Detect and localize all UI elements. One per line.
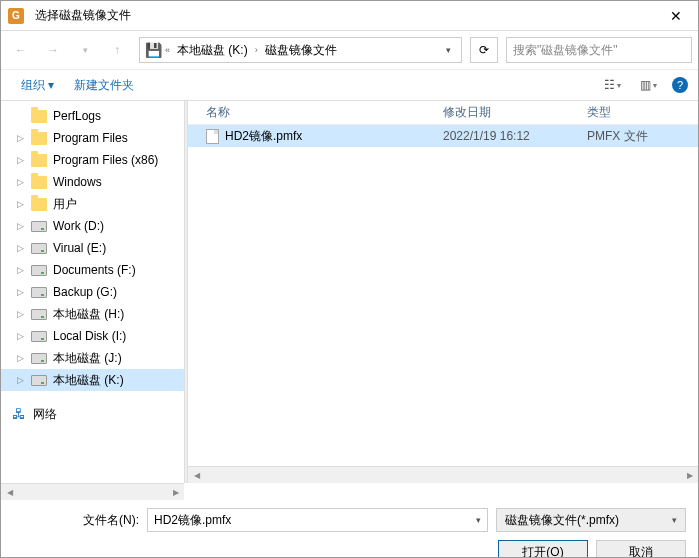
file-list[interactable]: HD2镜像.pmfx2022/1/19 16:12PMFX 文件 xyxy=(188,125,698,466)
tree-item-label: 本地磁盘 (H:) xyxy=(53,306,124,323)
tree-network[interactable]: 🖧网络 xyxy=(1,403,184,425)
search-input[interactable]: 搜索"磁盘镜像文件" xyxy=(506,37,692,63)
tree-item[interactable]: 本地磁盘 (K:) xyxy=(1,369,184,391)
column-header-type[interactable]: 类型 xyxy=(587,104,698,121)
file-date: 2022/1/19 16:12 xyxy=(443,129,587,143)
layout-icon: ▥ xyxy=(640,78,651,92)
chevron-left-icon[interactable]: « xyxy=(162,45,173,55)
column-header-name[interactable]: 名称 xyxy=(188,104,443,121)
file-icon xyxy=(206,129,219,144)
close-button[interactable]: ✕ xyxy=(653,1,698,30)
drive-icon xyxy=(31,265,47,276)
tree-item-label: PerfLogs xyxy=(53,109,101,123)
breadcrumb[interactable]: 💾 « 本地磁盘 (K:) › 磁盘镜像文件 ▾ xyxy=(139,37,462,63)
folder-icon xyxy=(31,154,47,167)
folder-icon xyxy=(31,176,47,189)
folder-icon xyxy=(31,132,47,145)
folder-tree[interactable]: PerfLogsProgram FilesProgram Files (x86)… xyxy=(1,101,184,483)
file-type: PMFX 文件 xyxy=(587,128,698,145)
tree-item[interactable]: PerfLogs xyxy=(1,105,184,127)
network-icon: 🖧 xyxy=(11,406,27,422)
tree-item-label: Work (D:) xyxy=(53,219,104,233)
horizontal-scrollbar[interactable]: ◀ ▶ xyxy=(188,466,698,483)
refresh-button[interactable]: ⟳ xyxy=(470,37,498,63)
tree-item-label: Documents (F:) xyxy=(53,263,136,277)
chevron-right-icon[interactable]: ▶ xyxy=(681,467,698,483)
tree-item[interactable]: 本地磁盘 (J:) xyxy=(1,347,184,369)
preview-pane-button[interactable]: ▥▾ xyxy=(630,74,666,96)
drive-icon: 💾 xyxy=(144,42,162,58)
tree-item-label: Local Disk (I:) xyxy=(53,329,126,343)
tree-item-label: Program Files (x86) xyxy=(53,153,158,167)
tree-item-label: 本地磁盘 (J:) xyxy=(53,350,122,367)
drive-icon xyxy=(31,353,47,364)
tree-item[interactable]: Virual (E:) xyxy=(1,237,184,259)
sliders-icon: ☷ xyxy=(604,78,615,92)
drive-icon xyxy=(31,221,47,232)
open-button[interactable]: 打开(O) xyxy=(498,540,588,558)
column-header-date[interactable]: 修改日期 xyxy=(443,104,587,121)
up-button[interactable]: ↑ xyxy=(103,36,131,64)
window-title: 选择磁盘镜像文件 xyxy=(31,7,653,24)
tree-item[interactable]: Program Files xyxy=(1,127,184,149)
drive-icon xyxy=(31,287,47,298)
tree-item[interactable]: 本地磁盘 (H:) xyxy=(1,303,184,325)
drive-icon xyxy=(31,375,47,386)
breadcrumb-part[interactable]: 本地磁盘 (K:) xyxy=(173,40,252,61)
filter-value: 磁盘镜像文件(*.pmfx) xyxy=(505,512,619,529)
tree-item-label: 本地磁盘 (K:) xyxy=(53,372,124,389)
filename-label: 文件名(N): xyxy=(83,512,139,529)
cancel-button[interactable]: 取消 xyxy=(596,540,686,558)
filename-value: HD2镜像.pmfx xyxy=(154,512,231,529)
view-options-button[interactable]: ☷▾ xyxy=(594,74,630,96)
tree-item[interactable]: Program Files (x86) xyxy=(1,149,184,171)
chevron-down-icon[interactable]: ▾ xyxy=(440,45,457,55)
forward-button[interactable]: → xyxy=(39,36,67,64)
chevron-down-icon[interactable]: ▾ xyxy=(672,515,677,525)
filename-input[interactable]: HD2镜像.pmfx ▾ xyxy=(147,508,488,532)
organize-menu[interactable]: 组织 ▾ xyxy=(11,73,64,98)
tree-item[interactable]: Work (D:) xyxy=(1,215,184,237)
tree-item[interactable]: Documents (F:) xyxy=(1,259,184,281)
tree-item[interactable]: Backup (G:) xyxy=(1,281,184,303)
tree-item-label: Backup (G:) xyxy=(53,285,117,299)
chevron-left-icon[interactable]: ◀ xyxy=(1,484,18,500)
chevron-right-icon[interactable]: › xyxy=(252,45,261,55)
file-name: HD2镜像.pmfx xyxy=(225,128,302,145)
tree-item[interactable]: Windows xyxy=(1,171,184,193)
tree-item-label: Virual (E:) xyxy=(53,241,106,255)
back-button[interactable]: ← xyxy=(7,36,35,64)
tree-item[interactable]: Local Disk (I:) xyxy=(1,325,184,347)
drive-icon xyxy=(31,309,47,320)
tree-item-label: 用户 xyxy=(53,196,77,213)
tree-item-label: Program Files xyxy=(53,131,128,145)
tree-item-label: 网络 xyxy=(33,406,57,423)
chevron-left-icon[interactable]: ◀ xyxy=(188,467,205,483)
tree-scrollbar[interactable]: ◀ ▶ xyxy=(1,483,184,500)
chevron-down-icon[interactable]: ▾ xyxy=(476,515,481,525)
recent-dropdown[interactable]: ▾ xyxy=(71,36,99,64)
tree-item-label: Windows xyxy=(53,175,102,189)
new-folder-button[interactable]: 新建文件夹 xyxy=(64,73,144,98)
chevron-right-icon[interactable]: ▶ xyxy=(167,484,184,500)
column-header-row: 名称 修改日期 类型 xyxy=(188,101,698,125)
drive-icon xyxy=(31,331,47,342)
folder-icon xyxy=(31,110,47,123)
breadcrumb-part[interactable]: 磁盘镜像文件 xyxy=(261,40,341,61)
file-row[interactable]: HD2镜像.pmfx2022/1/19 16:12PMFX 文件 xyxy=(188,125,698,147)
filetype-filter[interactable]: 磁盘镜像文件(*.pmfx) ▾ xyxy=(496,508,686,532)
tree-item[interactable]: 用户 xyxy=(1,193,184,215)
folder-icon xyxy=(31,198,47,211)
help-button[interactable]: ? xyxy=(672,77,688,93)
drive-icon xyxy=(31,243,47,254)
app-icon: G xyxy=(1,8,31,24)
